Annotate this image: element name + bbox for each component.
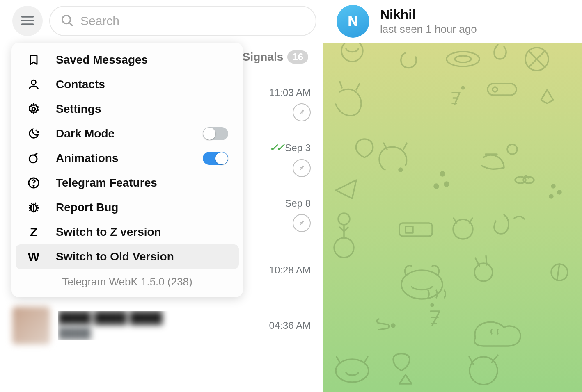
svg-point-40 xyxy=(550,195,553,198)
tab-signals[interactable]: Signals 16 xyxy=(243,50,311,64)
dark-mode-toggle[interactable] xyxy=(203,127,228,140)
hamburger-button[interactable] xyxy=(12,6,43,36)
chat-time: Sep 8 xyxy=(285,198,311,209)
letter-z-icon: Z xyxy=(26,225,41,239)
pin-icon xyxy=(289,100,314,125)
chat-header[interactable]: N Nikhil last seen 1 hour ago xyxy=(323,0,582,43)
menu-label: Telegram Features xyxy=(56,176,228,189)
chat-time: ✓✓ Sep 3 xyxy=(269,141,311,154)
search-input[interactable] xyxy=(80,14,306,28)
menu-label: Switch to Old Version xyxy=(56,250,228,263)
svg-point-35 xyxy=(431,304,433,306)
moon-icon xyxy=(26,126,41,141)
svg-point-6 xyxy=(32,107,35,111)
person-icon xyxy=(26,77,41,92)
svg-point-9 xyxy=(29,155,37,163)
menu-label: Settings xyxy=(56,103,228,116)
pin-icon xyxy=(289,155,314,181)
gear-icon xyxy=(26,102,41,116)
chat-time: 10:28 AM xyxy=(269,264,311,276)
svg-point-31 xyxy=(338,213,350,225)
svg-point-20 xyxy=(399,168,402,171)
menu-contacts[interactable]: Contacts xyxy=(16,72,239,97)
contact-avatar[interactable]: N xyxy=(337,5,369,38)
svg-point-18 xyxy=(493,87,497,92)
question-icon xyxy=(26,175,41,190)
chat-time: 04:36 AM xyxy=(269,320,311,331)
menu-report-bug[interactable]: Report Bug xyxy=(16,195,239,220)
hamburger-icon xyxy=(20,13,35,29)
svg-rect-27 xyxy=(399,223,432,236)
svg-point-33 xyxy=(474,263,493,281)
svg-rect-28 xyxy=(406,226,413,233)
menu-label: Animations xyxy=(56,152,188,165)
menu-dark-mode[interactable]: Dark Mode xyxy=(16,121,239,146)
contact-name: Nikhil xyxy=(380,7,477,22)
menu-telegram-features[interactable]: Telegram Features xyxy=(16,171,239,195)
left-panel: Signals 16 1-03-… 11:03 AM ✓✓ xyxy=(0,0,323,392)
svg-point-14 xyxy=(447,52,479,66)
svg-point-5 xyxy=(32,80,36,84)
bookmark-icon xyxy=(26,52,41,67)
svg-point-8 xyxy=(38,132,39,132)
svg-point-32 xyxy=(401,270,442,299)
animations-toggle[interactable] xyxy=(203,152,228,165)
svg-line-4 xyxy=(69,23,72,25)
header-row xyxy=(0,0,323,42)
svg-point-7 xyxy=(36,130,37,131)
svg-point-24 xyxy=(507,144,517,154)
main-menu-popup: Saved Messages Contacts Settings Dark Mo… xyxy=(11,43,243,297)
contact-status: last seen 1 hour ago xyxy=(380,23,477,36)
tab-badge: 16 xyxy=(287,50,308,64)
menu-label: Report Bug xyxy=(56,201,228,214)
menu-label: Saved Messages xyxy=(56,53,228,66)
chat-avatar xyxy=(12,307,50,344)
menu-version-label: Telegram WebK 1.5.0 (238) xyxy=(16,269,239,291)
svg-point-22 xyxy=(445,182,449,186)
chat-preview: ████ xyxy=(58,327,261,340)
menu-label: Contacts xyxy=(56,78,228,91)
svg-point-38 xyxy=(552,185,555,188)
menu-label: Switch to Z version xyxy=(56,226,228,239)
pin-icon xyxy=(289,210,314,236)
search-bar[interactable] xyxy=(49,6,316,36)
contact-info: Nikhil last seen 1 hour ago xyxy=(380,7,477,36)
doodle-pattern xyxy=(323,43,582,392)
svg-point-36 xyxy=(336,359,369,382)
svg-point-23 xyxy=(434,184,438,188)
bug-icon xyxy=(26,200,41,215)
menu-saved-messages[interactable]: Saved Messages xyxy=(16,48,239,72)
svg-point-15 xyxy=(455,56,471,62)
right-panel: N Nikhil last seen 1 hour ago xyxy=(323,0,582,392)
svg-point-34 xyxy=(392,324,395,327)
chat-item[interactable]: ████ ████ ████ ████ 04:36 AM xyxy=(0,298,323,353)
chat-background xyxy=(323,43,582,392)
chat-time: 11:03 AM xyxy=(269,87,311,98)
animations-icon xyxy=(26,151,41,166)
letter-w-icon: W xyxy=(26,249,41,264)
svg-point-30 xyxy=(334,238,354,258)
read-checks-icon: ✓✓ xyxy=(269,141,282,154)
svg-point-21 xyxy=(440,172,445,176)
menu-switch-old[interactable]: W Switch to Old Version xyxy=(16,244,239,269)
menu-switch-z[interactable]: Z Switch to Z version xyxy=(16,220,239,244)
menu-settings[interactable]: Settings xyxy=(16,97,239,121)
chat-title: ████ ████ ████ xyxy=(58,311,261,324)
search-icon xyxy=(60,13,74,29)
svg-point-19 xyxy=(462,87,464,89)
svg-point-11 xyxy=(33,185,34,186)
tab-label: Signals xyxy=(243,50,284,64)
menu-label: Dark Mode xyxy=(56,127,188,140)
svg-point-39 xyxy=(558,191,561,194)
menu-animations[interactable]: Animations xyxy=(16,146,239,171)
